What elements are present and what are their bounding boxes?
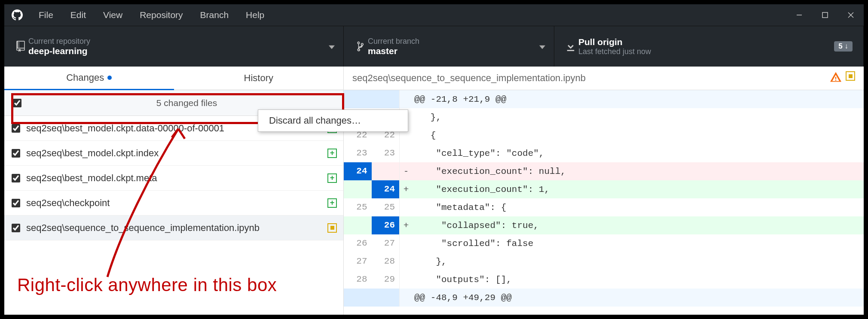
diff-line[interactable]: 24- "execution_count": null, [344, 162, 864, 180]
tab-changes-label: Changes [66, 72, 104, 83]
diff-line[interactable]: 26+ "collapsed": true, [344, 216, 864, 234]
menu-branch[interactable]: Branch [200, 10, 229, 20]
changes-sidebar: Changes History 5 changed files seq2seq\… [4, 67, 344, 315]
diff-header: seq2seq\sequence_to_sequence_implementat… [344, 67, 864, 90]
changed-files-count: 5 changed files [30, 98, 343, 108]
file-checkbox[interactable] [11, 199, 21, 207]
current-repository-selector[interactable]: Current repository deep-learning [4, 26, 344, 67]
main-split: Changes History 5 changed files seq2seq\… [4, 67, 864, 315]
svg-rect-1 [822, 12, 828, 18]
chevron-down-icon [539, 43, 545, 51]
unsaved-dot-icon [107, 76, 112, 80]
diff-body[interactable]: @@ -21,8 +21,9 @@2121 },2222 {2323 "cell… [344, 90, 864, 307]
file-checkbox[interactable] [11, 224, 21, 232]
diff-line[interactable]: 2525 "metadata": { [344, 198, 864, 216]
tab-changes[interactable]: Changes [4, 67, 174, 90]
file-row[interactable]: seq2seq\sequence_to_sequence_implementat… [4, 216, 343, 240]
diff-line[interactable]: 2829 "outputs": [], [344, 270, 864, 289]
window-controls [786, 4, 864, 26]
file-name: seq2seq\sequence_to_sequence_implementat… [26, 222, 322, 234]
diff-line[interactable]: 2323 "cell_type": "code", [344, 144, 864, 162]
context-menu: Discard all changes… [258, 109, 408, 132]
diff-line[interactable]: @@ -21,8 +21,9 @@ [344, 90, 864, 108]
diff-pane: seq2seq\sequence_to_sequence_implementat… [344, 67, 864, 315]
diff-line[interactable]: 2728 }, [344, 252, 864, 270]
diff-line[interactable]: 2121 }, [344, 108, 864, 126]
diff-line[interactable]: 24+ "execution_count": 1, [344, 180, 864, 198]
repo-label: Current repository [28, 37, 90, 46]
status-added-icon: + [327, 149, 337, 158]
pull-subtitle: Last fetched just now [578, 47, 651, 56]
title-bar: File Edit View Repository Branch Help [4, 4, 864, 26]
diff-line[interactable]: 2627 "scrolled": false [344, 234, 864, 252]
download-icon [563, 42, 578, 51]
sidebar-tabs: Changes History [4, 67, 343, 90]
menu-view[interactable]: View [103, 10, 122, 20]
github-logo-icon [4, 9, 30, 21]
menu-edit[interactable]: Edit [70, 10, 86, 20]
file-row[interactable]: seq2seq\best_model.ckpt.meta + [4, 166, 343, 191]
diff-file-path: seq2seq\sequence_to_sequence_implementat… [352, 73, 830, 84]
file-checkbox[interactable] [11, 149, 21, 158]
file-name: seq2seq\best_model.ckpt.meta [26, 173, 322, 184]
tab-history[interactable]: History [174, 67, 344, 90]
branch-name: master [368, 46, 419, 56]
menu-repository[interactable]: Repository [140, 10, 183, 20]
app-window: File Edit View Repository Branch Help Cu… [4, 4, 864, 315]
menu-item-discard-all[interactable]: Discard all changes… [258, 110, 408, 131]
menu-bar: File Edit View Repository Branch Help [30, 10, 786, 20]
window-maximize-button[interactable] [812, 4, 838, 26]
current-branch-selector[interactable]: Current branch master [344, 26, 554, 67]
file-checkbox[interactable] [11, 174, 21, 182]
menu-help[interactable]: Help [246, 10, 264, 20]
status-added-icon: + [327, 198, 337, 208]
warning-icon[interactable] [830, 71, 841, 85]
repo-icon [13, 41, 28, 52]
file-row[interactable]: seq2seq\checkpoint + [4, 191, 343, 216]
branch-label: Current branch [368, 37, 419, 46]
diff-line[interactable]: @@ -48,9 +49,29 @@ [344, 289, 864, 307]
diff-line[interactable]: 2222 { [344, 126, 864, 144]
header-toolbar: Current repository deep-learning Current… [4, 26, 864, 67]
pull-count-badge: 5 ↓ [834, 41, 853, 52]
chevron-down-icon [329, 43, 335, 51]
status-modified-icon [327, 223, 337, 233]
file-name: seq2seq\best_model.ckpt.index [26, 148, 322, 159]
status-modified-icon [846, 71, 855, 81]
file-checkbox[interactable] [11, 124, 21, 133]
pull-title: Pull origin [578, 37, 651, 47]
file-name: seq2seq\checkpoint [26, 197, 322, 209]
window-close-button[interactable] [838, 4, 864, 26]
file-row[interactable]: seq2seq\best_model.ckpt.index + [4, 141, 343, 166]
branch-icon [352, 41, 368, 52]
status-added-icon: + [327, 173, 337, 183]
window-minimize-button[interactable] [786, 4, 812, 26]
repo-name: deep-learning [28, 46, 90, 56]
menu-file[interactable]: File [39, 10, 53, 20]
pull-origin-button[interactable]: Pull origin Last fetched just now 5 ↓ [554, 26, 864, 67]
select-all-checkbox[interactable] [13, 99, 21, 107]
